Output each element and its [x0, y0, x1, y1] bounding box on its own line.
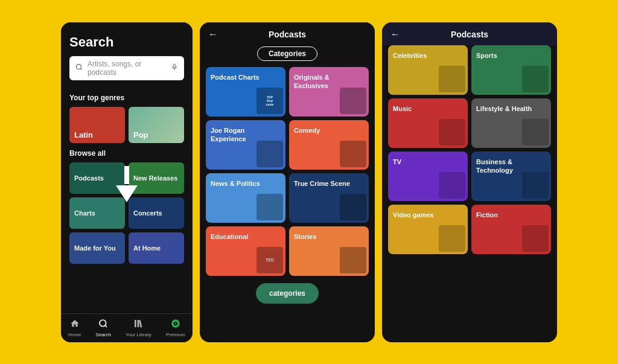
podcast-tile-label-originals: Originals & Exclusives — [294, 73, 364, 91]
browse-label-made-for-you: Made for You — [74, 244, 116, 252]
podcast-tile-true-crime[interactable]: True Crime Scene — [289, 173, 369, 223]
sub-tile-business[interactable]: Business & Technology — [471, 152, 551, 201]
nav-item-search[interactable]: Search — [96, 319, 111, 337]
podcast-tile-label-news: News & Politics — [211, 179, 260, 188]
search-nav-icon — [98, 319, 108, 331]
sub-tile-img-lifestyle — [522, 119, 549, 145]
podcast-grid: Podcast Charts TOPPodcasts Originals & E… — [200, 67, 375, 276]
browse-label-podcasts: Podcasts — [74, 174, 104, 182]
svg-line-1 — [80, 68, 81, 69]
nav-label-search: Search — [96, 332, 111, 337]
podcast-tile-charts[interactable]: Podcast Charts TOPPodcasts — [206, 67, 285, 117]
nav-label-premium: Premium — [166, 332, 185, 337]
browse-label-new-releases: New Releases — [133, 174, 177, 182]
sub-categories-grid: Celebrities Sports Music Lifestyle & Hea… — [382, 45, 557, 254]
sub-tile-fiction[interactable]: Fiction — [471, 205, 551, 254]
sub-tile-lifestyle[interactable]: Lifestyle & Health — [471, 98, 551, 148]
svg-point-10 — [175, 322, 177, 324]
categories-btn-container: categories — [200, 276, 375, 311]
nav-label-library: Your Library — [126, 332, 151, 337]
genre-grid: Latin Pop — [61, 107, 193, 143]
nav-item-premium[interactable]: Premium — [166, 319, 185, 337]
sub-tile-label-sports: Sports — [476, 51, 497, 60]
browse-tile-at-home[interactable]: At Home — [129, 232, 184, 264]
podcast-tile-img-originals — [340, 88, 366, 114]
sub-tile-img-business — [522, 172, 549, 199]
sub-tile-label-fiction: Fiction — [476, 211, 498, 219]
sub-tile-img-sports — [522, 66, 549, 92]
podcast-tile-img-comedy — [340, 141, 366, 167]
screenshots-container: Search Artists, songs, or podcasts Your … — [46, 11, 572, 353]
podcast-tile-label-comedy: Comedy — [294, 126, 320, 135]
sub-tile-img-tv — [439, 172, 465, 199]
sub-tile-label-music: Music — [393, 104, 412, 113]
podcast-tile-img-charts: TOPPodcasts — [256, 88, 283, 114]
nav-item-library[interactable]: Your Library — [126, 319, 151, 337]
categories-tab[interactable]: Categories — [257, 46, 317, 61]
screen3-title: Podcasts — [451, 30, 488, 39]
genre-label-latin: Latin — [74, 130, 93, 139]
library-icon — [133, 319, 143, 331]
screen3-subcategories: ← Podcasts Celebrities Sports Music Life… — [382, 22, 557, 342]
podcast-tile-img-educational: TED — [256, 247, 283, 273]
categories-button[interactable]: categories — [256, 283, 319, 304]
screen2-header: ← Podcasts — [200, 22, 375, 43]
svg-rect-6 — [135, 320, 136, 327]
browse-tile-made-for-you[interactable]: Made for You — [69, 232, 125, 264]
podcast-tile-label-charts: Podcast Charts — [211, 73, 260, 81]
genre-tile-latin[interactable]: Latin — [69, 107, 125, 143]
search-placeholder: Artists, songs, or podcasts — [88, 60, 166, 77]
sub-tile-label-videogames: Video games — [393, 211, 434, 219]
premium-icon — [171, 319, 180, 331]
podcast-tile-originals[interactable]: Originals & Exclusives — [289, 67, 369, 117]
mic-icon[interactable] — [171, 63, 178, 73]
top-genres-label: Your top genres — [61, 94, 193, 102]
sub-tile-img-videogames — [439, 225, 465, 252]
categories-tab-bar: Categories — [200, 43, 375, 67]
arrow-overlay — [116, 167, 138, 202]
screen2-podcasts: ← Podcasts Categories Podcast Charts TOP… — [200, 22, 375, 342]
svg-rect-2 — [174, 64, 176, 68]
svg-line-5 — [105, 325, 107, 327]
podcast-tile-img-joe — [256, 141, 283, 167]
nav-item-home[interactable]: Home — [68, 319, 81, 337]
sub-tile-label-tv: TV — [393, 158, 401, 166]
search-bar[interactable]: Artists, songs, or podcasts — [69, 56, 184, 80]
sub-tile-music[interactable]: Music — [388, 98, 468, 148]
sub-tile-celebrities[interactable]: Celebrities — [388, 45, 468, 95]
browse-label-at-home: At Home — [133, 244, 161, 252]
browse-label: Browse all — [61, 149, 193, 158]
search-icon — [75, 63, 83, 72]
bottom-nav: Home Search Your Library Premium — [61, 313, 193, 342]
home-icon — [70, 319, 80, 331]
sub-tile-sports[interactable]: Sports — [471, 45, 551, 95]
nav-label-home: Home — [68, 332, 81, 337]
genre-tile-pop[interactable]: Pop — [129, 107, 184, 143]
back-arrow3-icon[interactable]: ← — [390, 29, 400, 40]
podcast-tile-img-news — [256, 194, 283, 220]
screen3-header: ← Podcasts — [382, 22, 557, 45]
podcast-tile-img-stories — [340, 247, 366, 273]
podcast-tile-img-true-crime — [340, 194, 366, 220]
podcast-tile-label-educational: Educational — [211, 232, 248, 241]
sub-tile-tv[interactable]: TV — [388, 152, 468, 201]
genre-label-pop: Pop — [133, 130, 148, 139]
podcast-tile-comedy[interactable]: Comedy — [289, 120, 369, 170]
sub-tile-label-lifestyle: Lifestyle & Health — [476, 104, 532, 113]
screen1-search: Search Artists, songs, or podcasts Your … — [61, 22, 193, 342]
sub-tile-videogames[interactable]: Video games — [388, 205, 468, 254]
sub-tile-label-celebrities: Celebrities — [393, 51, 427, 60]
podcast-tile-label-true-crime: True Crime Scene — [294, 179, 350, 188]
podcast-tile-educational[interactable]: Educational TED — [206, 226, 285, 276]
podcast-tile-joe-rogan[interactable]: Joe Rogan Experience — [206, 120, 285, 170]
podcast-tile-stories[interactable]: Stories — [289, 226, 369, 276]
sub-tile-img-music — [439, 119, 465, 145]
podcast-tile-label-joe: Joe Rogan Experience — [211, 126, 281, 144]
sub-tile-img-fiction — [522, 225, 549, 252]
podcast-tile-news[interactable]: News & Politics — [206, 173, 285, 223]
browse-label-concerts: Concerts — [133, 209, 162, 217]
arrow-shaft — [124, 166, 129, 184]
svg-point-0 — [77, 65, 81, 69]
back-arrow-icon[interactable]: ← — [208, 29, 218, 40]
sub-tile-img-celebrities — [439, 66, 465, 92]
